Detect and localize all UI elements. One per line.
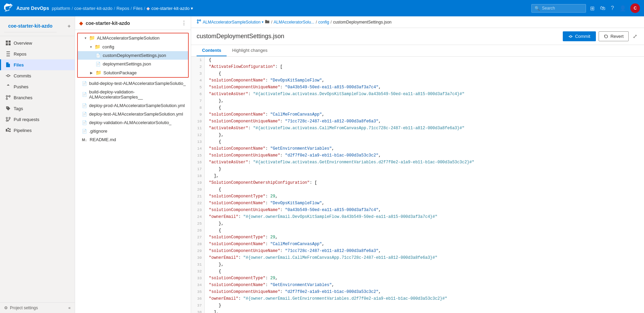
code-line[interactable]: "activateAsUser": "#{activateflow.activa… — [205, 125, 644, 132]
line-number: 5 — [191, 84, 204, 91]
file-icon: 📄 — [82, 120, 87, 125]
code-line[interactable]: ], — [205, 309, 644, 313]
more-options-icon[interactable]: ⋮ — [181, 20, 187, 26]
code-line[interactable]: } — [205, 166, 644, 173]
revert-button[interactable]: Revert — [599, 31, 629, 41]
code-line[interactable]: { — [205, 104, 644, 111]
shopping-bag-icon[interactable]: 🛍 — [599, 4, 607, 13]
tree-folder-solutionpackage[interactable]: ▶ 📁 SolutionPackage — [78, 68, 188, 77]
code-line[interactable]: "activateAsUser": "#{activateflow.activa… — [205, 159, 644, 166]
project-settings[interactable]: ⚙ Project settings « — [0, 302, 75, 313]
breadcrumb-pplatform[interactable]: pplatform — [52, 6, 70, 11]
person-icon[interactable]: 👤 — [618, 4, 628, 13]
breadcrumb-repos[interactable]: Repos — [116, 6, 129, 11]
sidebar-item-pushes[interactable]: Pushes — [0, 81, 75, 92]
sidebar-item-pullrequests[interactable]: Pull requests — [0, 114, 75, 125]
code-line[interactable]: "solutionComponentName": "DevOpsKitSampl… — [205, 200, 644, 207]
tree-file-deploytest[interactable]: 📄 deploy-test-ALMAcceleratorSampleSoluti… — [75, 110, 191, 118]
sidebar-item-branches[interactable]: Branches — [0, 92, 75, 103]
code-line[interactable]: "solutionComponentUniqueName": "71cc728c… — [205, 118, 644, 125]
code-line[interactable]: "solutionComponentUniqueName": "d2f7f0e2… — [205, 152, 644, 159]
code-line[interactable]: { — [205, 268, 644, 275]
sidebar-collapse-icon[interactable]: « — [68, 305, 71, 310]
tree-file-deployvalidation[interactable]: 📄 deploy-validation-ALMAcceleratorSoluti… — [75, 118, 191, 127]
code-line[interactable]: "solutionComponentType": 29, — [205, 234, 644, 241]
sidebar-item-files[interactable]: Files — [0, 59, 75, 70]
code-line[interactable]: { — [205, 227, 644, 234]
breadcrumb-content: ALMAcceleratorSampleSolution ▾ / ALMAcce… — [197, 19, 391, 25]
code-line[interactable]: "solutionComponentUniqueName": "0a43b549… — [205, 84, 644, 91]
tab-contents[interactable]: Contents — [197, 45, 227, 56]
svg-rect-17 — [9, 129, 11, 130]
sidebar-item-overview[interactable]: Overview — [0, 38, 75, 48]
line-number: 27 — [191, 234, 204, 241]
code-line[interactable]: { — [205, 70, 644, 77]
tree-file-deployprod[interactable]: 📄 deploy-prod-ALMAcceleratorSampleSoluti… — [75, 101, 191, 110]
tree-file-deploymentsettings[interactable]: 📄 deploymentSettings.json — [78, 60, 188, 68]
repo-selector[interactable]: ◆ coe-starter-kit-azdo ▾ — [146, 6, 193, 11]
search-input[interactable] — [542, 6, 583, 11]
breadcrumb-path2[interactable]: config — [318, 20, 329, 25]
code-line[interactable]: "solutionComponentUniqueName": "0a43b549… — [205, 207, 644, 213]
code-line[interactable]: }, — [205, 132, 644, 138]
code-line[interactable]: "ownerEmail": "#{owner.ownerEmail.CallMe… — [205, 254, 644, 261]
grid-icon[interactable]: ⊞ — [589, 4, 596, 13]
code-line[interactable]: "solutionComponentUniqueName": "71cc728c… — [205, 248, 644, 254]
code-line[interactable]: "ActivateFlowConfiguration": [ — [205, 63, 644, 70]
search-box[interactable]: 🔍 — [531, 4, 586, 13]
code-line[interactable]: "solutionComponentType": 29, — [205, 275, 644, 282]
help-icon[interactable]: ? — [610, 4, 615, 13]
add-icon[interactable]: + — [68, 23, 71, 29]
breadcrumb-repo[interactable]: coe-starter-kit-azdo — [74, 6, 113, 11]
code-line[interactable]: } — [205, 302, 644, 309]
code-line[interactable]: "solutionComponentName": "CallMeFromCanv… — [205, 111, 644, 118]
code-line[interactable]: { — [205, 57, 644, 63]
svg-point-4 — [7, 75, 9, 77]
code-line[interactable]: }, — [205, 220, 644, 227]
code-line[interactable]: "solutionComponentUniqueName": "d2f7f0e2… — [205, 288, 644, 295]
sidebar: coe-starter-kit-azdo + Overview Repos — [0, 16, 75, 313]
sidebar-repo-name[interactable]: coe-starter-kit-azdo — [4, 20, 57, 32]
tree-file-builddeploytest[interactable]: 📄 build-deploy-test-ALMAcceleratorSample… — [75, 79, 191, 88]
svg-rect-16 — [8, 130, 9, 132]
tree-file-readme[interactable]: M↓ README.md — [75, 135, 191, 144]
chevron-down-icon[interactable]: ▾ — [262, 20, 263, 24]
tree-file-gitignore[interactable]: 📄 .gitignore — [75, 127, 191, 135]
code-line[interactable]: ], — [205, 173, 644, 179]
code-line[interactable]: }, — [205, 98, 644, 104]
sidebar-item-repos[interactable]: Repos — [0, 48, 75, 59]
code-line[interactable]: { — [205, 186, 644, 193]
code-line[interactable]: "solutionComponentType": 29, — [205, 193, 644, 200]
azure-devops-logo[interactable]: Azure DevOps — [4, 3, 49, 13]
file-icon: 📄 — [82, 92, 87, 97]
expand-button[interactable]: ⤢ — [631, 31, 639, 41]
code-line[interactable]: }, — [205, 261, 644, 268]
tree-file-customdeployment[interactable]: 📄 customDeploymentSettings.json — [78, 51, 188, 60]
tree-folder-alm[interactable]: ▾ 📁 ALMAcceleratorSampleSolution — [78, 33, 188, 42]
code-line[interactable]: "solutionComponentName": "CallMeFromCanv… — [205, 241, 644, 248]
tab-highlight-changes[interactable]: Highlight changes — [227, 45, 273, 56]
tree-file-builddeployvalidation[interactable]: 📄 build-deploy-validation-ALMAccelerator… — [75, 88, 191, 101]
avatar[interactable]: C — [630, 3, 640, 13]
code-line[interactable]: "activateAsUser": "#{activateflow.activa… — [205, 91, 644, 98]
code-line[interactable]: "ownerEmail": "#{owner.ownerEmail.DevOps… — [205, 213, 644, 220]
code-line[interactable]: "solutionComponentName": "DevOpsKitSampl… — [205, 77, 644, 84]
code-line[interactable]: "ownerEmail": "#{owner.ownerEmail.GetEnv… — [205, 295, 644, 302]
code-viewer[interactable]: 1234567891011121314151617181920212223242… — [191, 57, 644, 313]
sidebar-item-tags[interactable]: Tags — [0, 103, 75, 114]
line-number: 10 — [191, 118, 204, 125]
code-line[interactable]: "SolutionComponentOwnershipConfiguration… — [205, 179, 644, 186]
code-line[interactable]: "solutionComponentName": "GetEnvironment… — [205, 145, 644, 152]
svg-point-19 — [197, 20, 199, 21]
sidebar-item-commits[interactable]: Commits — [0, 70, 75, 81]
sidebar-item-pipelines[interactable]: Pipelines — [0, 125, 75, 136]
commit-button[interactable]: Commit — [563, 31, 596, 41]
content-breadcrumb: ALMAcceleratorSampleSolution ▾ / ALMAcce… — [191, 16, 644, 28]
svg-rect-1 — [9, 41, 11, 43]
breadcrumb-files[interactable]: Files — [133, 6, 142, 11]
code-line[interactable]: { — [205, 138, 644, 145]
tree-folder-config[interactable]: ▾ 📁 config — [78, 42, 188, 51]
breadcrumb-path1[interactable]: ALMAcceleratorSolu... — [274, 20, 314, 25]
breadcrumb-repo-selector[interactable]: ALMAcceleratorSampleSolution — [203, 20, 260, 25]
code-line[interactable]: "solutionComponentName": "GetEnvironment… — [205, 282, 644, 288]
